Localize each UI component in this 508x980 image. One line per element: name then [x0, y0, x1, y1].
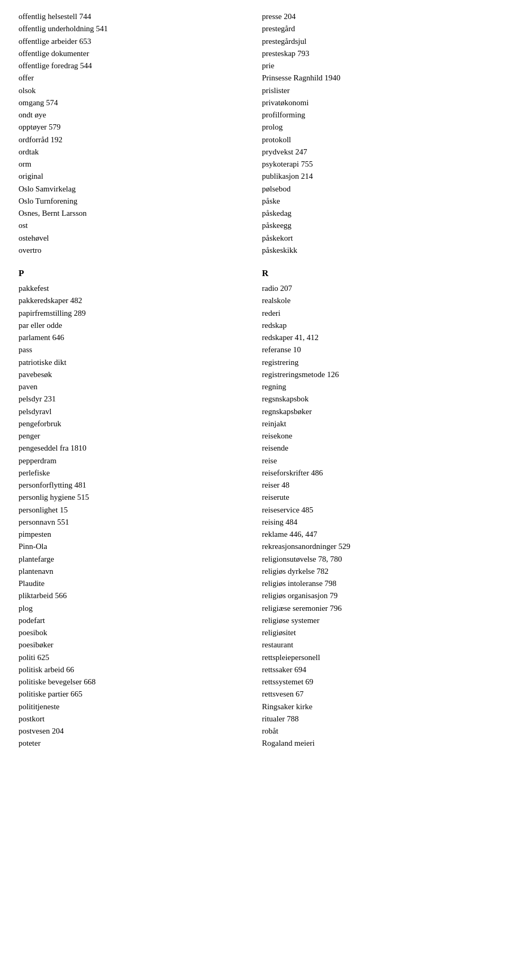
left-top-entries: offentlig helsestell 744offentlig underh…	[19, 11, 246, 257]
list-item: regnskapsbøker	[262, 406, 489, 418]
list-item: pakkeredskaper 482	[19, 295, 246, 307]
list-item: prie	[262, 60, 489, 72]
list-item: påskeegg	[262, 219, 489, 232]
list-item: religiøs organisasjon 79	[262, 590, 489, 602]
list-item: personlig hygiene 515	[19, 491, 246, 503]
right-r-entries: radio 207realskolerederiredskapredskaper…	[262, 282, 489, 750]
list-item: restaurant	[262, 639, 489, 651]
list-item: påskeskikk	[262, 244, 489, 257]
list-item: religiøs dyrkelse 782	[262, 565, 489, 578]
list-item: pliktarbeid 566	[19, 590, 246, 602]
list-item: poesibok	[19, 627, 246, 639]
list-item: Pinn-Ola	[19, 541, 246, 553]
left-p-entries: pakkefestpakkeredskaper 482papirfremstil…	[19, 282, 246, 750]
list-item: ordforråd 192	[19, 134, 246, 146]
list-item: olsok	[19, 85, 246, 97]
list-item: presteskap 793	[262, 48, 489, 60]
list-item: rettssaker 694	[262, 664, 489, 676]
list-item: pelsdyr 231	[19, 393, 246, 405]
list-item: personnavn 551	[19, 516, 246, 528]
list-item: privatøkonomi	[262, 97, 489, 109]
list-item: reinjakt	[262, 418, 489, 430]
list-item: Ringsaker kirke	[262, 701, 489, 713]
list-item: offentlige dokumenter	[19, 48, 246, 60]
list-item: prolog	[262, 121, 489, 133]
list-item: publikasjon 214	[262, 170, 489, 182]
list-item: politisk arbeid 66	[19, 664, 246, 676]
list-item: regsnskapsbok	[262, 393, 489, 405]
list-item: poteter	[19, 737, 246, 749]
list-item: pengeforbruk	[19, 418, 246, 430]
list-item: podefart	[19, 615, 246, 627]
list-item: rederi	[262, 307, 489, 319]
list-item: Oslo Samvirkelag	[19, 183, 246, 195]
list-item: psykoterapi 755	[262, 158, 489, 170]
list-item: Osnes, Bernt Larsson	[19, 207, 246, 219]
list-item: redskap	[262, 319, 489, 332]
list-item: ost	[19, 219, 246, 232]
list-item: omgang 574	[19, 97, 246, 109]
list-item: offer	[19, 72, 246, 84]
list-item: prestegårdsjul	[262, 35, 489, 48]
list-item: profilforming	[262, 109, 489, 121]
list-item: pavebesøk	[19, 369, 246, 381]
list-item: par eller odde	[19, 319, 246, 332]
list-item: overtro	[19, 244, 246, 257]
list-item: perlefiske	[19, 467, 246, 479]
list-item: pimpesten	[19, 528, 246, 541]
list-item: plantefarge	[19, 553, 246, 565]
list-item: pølsebod	[262, 183, 489, 195]
list-item: rettspleiepersonell	[262, 652, 489, 664]
list-item: reiseservice 485	[262, 504, 489, 516]
list-item: original	[19, 170, 246, 182]
list-item: politiske partier 665	[19, 688, 246, 700]
list-item: personlighet 15	[19, 504, 246, 516]
list-item: påskekort	[262, 232, 489, 244]
list-item: reisekone	[262, 430, 489, 442]
list-item: Oslo Turnforening	[19, 195, 246, 207]
list-item: religionsutøvelse 78, 780	[262, 553, 489, 565]
list-item: reklame 446, 447	[262, 528, 489, 541]
list-item: plog	[19, 602, 246, 615]
list-item: orm	[19, 158, 246, 170]
list-item: robåt	[262, 725, 489, 737]
list-item: protokoll	[262, 134, 489, 146]
list-item: registrering	[262, 356, 489, 369]
list-item: reising 484	[262, 516, 489, 528]
list-item: ordtak	[19, 146, 246, 158]
list-item: Plaudite	[19, 578, 246, 590]
list-item: politiske bevegelser 668	[19, 676, 246, 688]
list-item: ritualer 788	[262, 713, 489, 725]
list-item: offentlig helsestell 744	[19, 11, 246, 23]
list-item: prislister	[262, 85, 489, 97]
page-container: offentlig helsestell 744offentlig underh…	[0, 0, 508, 761]
list-item: prestegård	[262, 23, 489, 35]
list-item: poesibøker	[19, 639, 246, 651]
list-item: polititjeneste	[19, 701, 246, 713]
list-item: paven	[19, 381, 246, 393]
list-item: realskole	[262, 295, 489, 307]
left-column: offentlig helsestell 744offentlig underh…	[16, 11, 254, 750]
list-item: religiøse systemer	[262, 615, 489, 627]
list-item: ostehøvel	[19, 232, 246, 244]
list-item: reiseforskrifter 486	[262, 467, 489, 479]
list-item: patriotiske dikt	[19, 356, 246, 369]
list-item: reiserute	[262, 491, 489, 503]
list-item: presse 204	[262, 11, 489, 23]
list-item: offentlige arbeider 653	[19, 35, 246, 48]
list-item: parlament 646	[19, 332, 246, 344]
list-item: påskedag	[262, 207, 489, 219]
list-item: pakkefest	[19, 282, 246, 295]
list-item: påske	[262, 195, 489, 207]
list-item: Rogaland meieri	[262, 737, 489, 749]
list-item: religiæse seremonier 796	[262, 602, 489, 615]
list-item: politi 625	[19, 652, 246, 664]
list-item: pass	[19, 344, 246, 356]
list-item: referanse 10	[262, 344, 489, 356]
list-item: redskaper 41, 412	[262, 332, 489, 344]
list-item: rekreasjonsanordninger 529	[262, 541, 489, 553]
right-column: presse 204prestegårdprestegårdsjulpreste…	[254, 11, 492, 750]
list-item: rettsvesen 67	[262, 688, 489, 700]
list-item: Prinsesse Ragnhild 1940	[262, 72, 489, 84]
list-item: registreringsmetode 126	[262, 369, 489, 381]
